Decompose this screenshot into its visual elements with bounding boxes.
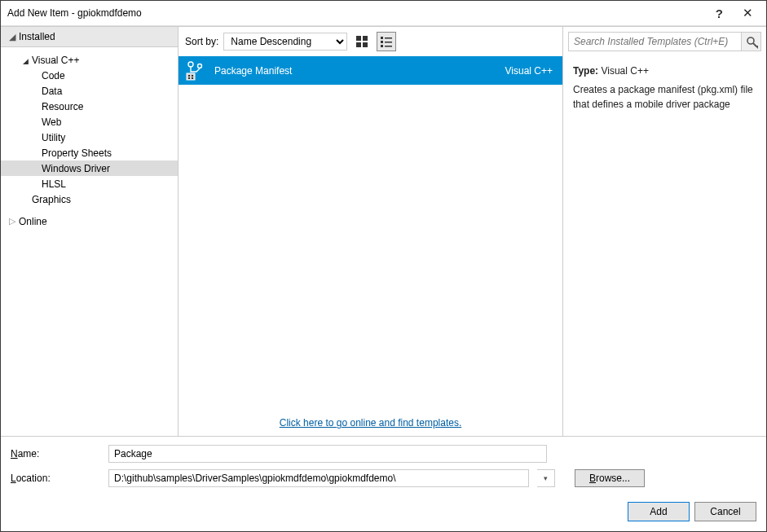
tree-item-windows-driver[interactable]: Windows Driver [1,160,178,176]
tree-item-graphics[interactable]: Graphics [1,191,178,207]
tree-item-data[interactable]: Data [1,83,178,99]
tiles-icon [356,36,368,47]
search-input[interactable] [568,32,742,51]
template-item-language: Visual C++ [505,65,553,77]
template-item-package-manifest[interactable]: Package Manifest Visual C++ [179,56,562,85]
category-tree: Visual C++ Code Data Resource Web Utilit… [1,47,178,436]
tree-item-label: Utility [42,132,65,143]
template-info: Type: Visual C++ Creates a package manif… [563,56,766,120]
tree-item-label: HLSL [42,178,66,190]
window-title: Add New Item - gpiokmdfdemo [7,7,709,19]
tree-item-label: Web [42,117,61,128]
svg-rect-13 [188,75,190,77]
svg-point-17 [747,37,754,44]
tree-item-label: Visual C++ [32,55,79,66]
tree-item-hlsl[interactable]: HLSL [1,176,178,191]
svg-rect-1 [363,36,368,41]
chevron-down-icon: ◢ [9,32,15,42]
svg-rect-15 [188,77,190,79]
svg-rect-8 [381,45,383,47]
installed-header[interactable]: ◢ Installed [1,26,178,47]
svg-rect-9 [385,46,392,47]
browse-button[interactable]: Browse... [575,469,645,487]
location-row: Location: ▾ Browse... [11,469,756,487]
template-item-name: Package Manifest [214,65,497,77]
templates-list: Package Manifest Visual C++ [179,56,562,410]
svg-rect-16 [192,77,193,79]
tree-item-label: Windows Driver [42,163,110,174]
tree-item-online[interactable]: Online [1,213,178,229]
name-field[interactable] [108,445,547,463]
sort-select[interactable]: Name Descending [223,33,347,51]
sort-label: Sort by: [185,36,218,47]
tree-item-label: Online [19,216,47,227]
svg-rect-14 [192,75,193,77]
svg-rect-5 [385,37,392,39]
details-pane: Type: Visual C++ Creates a package manif… [562,26,766,436]
bottom-form: Name: Location: ▾ Browse... Add Cancel [1,436,766,531]
online-templates-bar: Click here to go online and find templat… [179,410,562,436]
svg-rect-3 [363,42,368,47]
tree-item-visual-cpp[interactable]: Visual C++ [1,52,178,68]
chevron-down-icon [20,55,30,65]
search-button[interactable] [742,32,761,51]
list-icon [381,36,392,47]
tree-item-label: Property Sheets [42,147,112,159]
svg-rect-7 [385,42,392,43]
templates-pane: Sort by: Name Descending [179,26,562,436]
view-tiles-button[interactable] [352,32,372,51]
search-icon [746,36,757,47]
installed-header-label: Installed [19,31,55,42]
svg-rect-4 [381,37,383,39]
title-bar: Add New Item - gpiokmdfdemo ? ✕ [1,1,766,25]
tree-item-label: Data [42,86,62,97]
tree-item-web[interactable]: Web [1,114,178,130]
template-description: Creates a package manifest (pkg.xml) fil… [573,83,756,112]
action-buttons: Add Cancel [11,494,756,521]
view-list-button[interactable] [377,32,396,51]
package-manifest-icon [185,60,206,81]
name-label: Name: [11,448,100,459]
template-type-row: Type: Visual C++ [573,64,756,78]
category-tree-pane: ◢ Installed Visual C++ Code Data Resourc… [1,26,179,436]
svg-point-11 [198,64,202,68]
tree-item-label: Graphics [32,194,71,205]
tree-item-utility[interactable]: Utility [1,130,178,145]
svg-rect-6 [381,41,383,43]
svg-point-10 [188,62,193,67]
add-button[interactable]: Add [628,502,690,521]
sort-bar: Sort by: Name Descending [179,26,562,56]
close-button[interactable]: ✕ [730,1,766,25]
svg-rect-12 [187,73,195,80]
tree-item-label: Code [42,70,65,81]
tree-item-property-sheets[interactable]: Property Sheets [1,145,178,160]
svg-line-18 [753,43,756,46]
help-button[interactable]: ? [709,7,730,20]
svg-rect-2 [356,42,361,47]
tree-item-label: Resource [42,101,83,112]
chevron-right-icon [7,216,17,226]
svg-rect-0 [356,36,361,41]
online-templates-link[interactable]: Click here to go online and find templat… [280,417,461,429]
tree-item-code[interactable]: Code [1,68,178,83]
tree-item-resource[interactable]: Resource [1,99,178,114]
location-label: Location: [11,473,100,484]
location-field[interactable] [108,469,529,487]
cancel-button[interactable]: Cancel [694,502,756,521]
type-label: Type: [573,65,598,77]
search-bar [563,26,766,56]
location-dropdown-button[interactable]: ▾ [537,469,555,487]
type-value: Visual C++ [601,65,648,77]
name-row: Name: [11,445,756,463]
